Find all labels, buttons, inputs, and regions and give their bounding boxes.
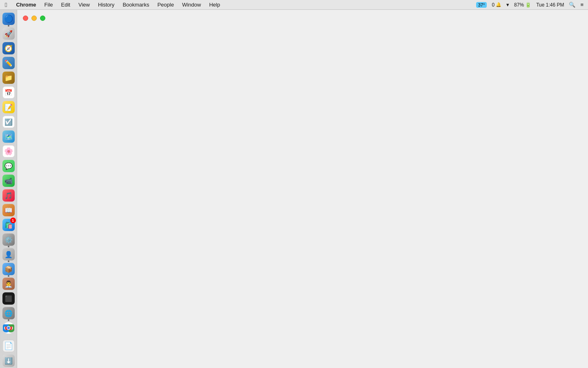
menubar-view[interactable]: View: [74, 0, 94, 9]
menubar-history[interactable]: History: [94, 0, 118, 9]
battery-icon: 🔋: [525, 2, 531, 8]
menubar-edit[interactable]: Edit: [57, 0, 74, 9]
dock-item-books[interactable]: 📖: [2, 203, 16, 217]
notification-status: 0 🔔: [490, 0, 503, 9]
dock-item-chrome[interactable]: [2, 321, 16, 335]
dock-item-edit-app[interactable]: ✏️: [2, 56, 16, 70]
battery-status: 87% 🔋: [513, 0, 532, 9]
dock-item-appstore[interactable]: 🛍️ 1: [2, 218, 16, 232]
window-controls: [23, 16, 45, 21]
menubar-people[interactable]: People: [153, 0, 178, 9]
temperature-status: 37°: [475, 0, 488, 9]
dock-item-photos[interactable]: 🌸: [2, 144, 16, 158]
dock-item-avatar[interactable]: 👨‍💼: [2, 277, 16, 291]
notification-icon: 🔔: [496, 2, 501, 7]
dock-item-globe-app[interactable]: 🌐: [2, 306, 16, 320]
notification-count: 0: [492, 2, 494, 8]
spotlight-icon: 🔍: [569, 2, 575, 8]
control-center-icon: ≡: [580, 2, 584, 8]
dock-item-contacts[interactable]: 👤: [2, 247, 16, 261]
dock-item-terminal[interactable]: ⬛: [2, 292, 16, 305]
control-center-button[interactable]: ≡: [579, 0, 585, 9]
svg-point-2: [7, 327, 10, 330]
menubar-window[interactable]: Window: [178, 0, 205, 9]
dock-item-facetime[interactable]: 📹: [2, 174, 16, 188]
dock-item-folder[interactable]: 📁: [2, 71, 16, 85]
clock: Tue 1:46 PM: [535, 0, 565, 9]
apple-menu[interactable]: : [0, 0, 12, 9]
dock-item-calendar[interactable]: 📅: [2, 85, 16, 99]
menubar-bookmarks[interactable]: Bookmarks: [118, 0, 153, 9]
dock-item-migration[interactable]: 📦: [2, 262, 16, 276]
dock-item-document[interactable]: 📄: [2, 339, 16, 353]
window-close-button[interactable]: [23, 16, 28, 21]
dock-item-messages[interactable]: 💬: [2, 159, 16, 173]
dock-item-launchpad[interactable]: 🚀: [2, 27, 16, 40]
dock-item-music[interactable]: 🎵: [2, 188, 16, 202]
dock-item-notes[interactable]: 📝: [2, 100, 16, 114]
temperature-badge: 37°: [476, 2, 487, 8]
battery-percent: 87%: [514, 2, 524, 8]
dock-item-reminders[interactable]: ☑️: [2, 115, 16, 129]
main-area: [17, 10, 588, 368]
time-display: Tue 1:46 PM: [536, 2, 564, 8]
spotlight-button[interactable]: 🔍: [568, 0, 577, 9]
window-maximize-button[interactable]: [40, 16, 45, 21]
dock-item-finder[interactable]: 🔵: [2, 12, 16, 26]
window-minimize-button[interactable]: [31, 16, 37, 21]
wifi-status: ▾: [505, 0, 510, 9]
dock-item-downloads[interactable]: ⬇️: [2, 354, 16, 368]
menubar-left:  Chrome File Edit View History Bookmark…: [0, 0, 224, 9]
menubar-file[interactable]: File: [40, 0, 57, 9]
menubar-right: 37° 0 🔔 ▾ 87% 🔋 Tue 1:46 PM 🔍 ≡: [475, 0, 588, 9]
chrome-window: [17, 10, 588, 368]
menubar-chrome[interactable]: Chrome: [12, 0, 40, 9]
dock-item-safari[interactable]: 🧭: [2, 41, 16, 55]
menubar-help[interactable]: Help: [205, 0, 224, 9]
menubar:  Chrome File Edit View History Bookmark…: [0, 0, 588, 10]
wifi-icon: ▾: [506, 2, 509, 8]
dock-item-maps[interactable]: 🗺️: [2, 130, 16, 144]
dock-item-system-preferences[interactable]: ⚙️: [2, 233, 16, 247]
browser-content-area: [17, 10, 588, 368]
dock: 🔵 🚀 🧭 ✏️ 📁 📅 📝 ☑️ 🗺️ 🌸 💬 📹 🎵: [0, 10, 17, 368]
